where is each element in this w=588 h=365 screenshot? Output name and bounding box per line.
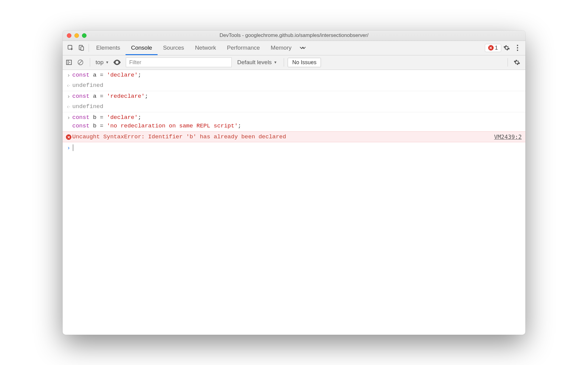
tab-memory[interactable]: Memory [265, 41, 297, 55]
output-chevron-icon: ‹· [65, 102, 72, 111]
error-source-link[interactable]: VM2439:2 [494, 133, 522, 141]
filter-input[interactable] [126, 58, 232, 67]
dropdown-triangle-icon: ▼ [105, 60, 109, 64]
separator [90, 58, 90, 67]
prompt-chevron-icon: › [65, 143, 72, 152]
live-expression-eye-icon[interactable] [113, 60, 123, 65]
error-count-badge[interactable]: ✕ 1 [485, 44, 501, 52]
console-input-row: ›const b = 'declare'; const b = 'no rede… [63, 112, 525, 131]
separator [89, 44, 89, 52]
separator [508, 58, 508, 67]
svg-point-4 [517, 47, 518, 48]
execution-context-selector[interactable]: top ▼ [94, 58, 111, 66]
code-text: const b = 'declare'; const b = 'no redec… [72, 113, 522, 130]
text-cursor [73, 144, 73, 151]
console-output-row: ‹·undefined [63, 80, 525, 91]
svg-rect-2 [81, 47, 83, 50]
show-console-sidebar-icon[interactable] [66, 59, 75, 66]
error-count: 1 [495, 45, 498, 51]
error-text: Uncaught SyntaxError: Identifier 'b' has… [72, 133, 494, 141]
console-input-row: ›const a = 'declare'; [63, 70, 525, 81]
output-text: undefined [72, 81, 522, 90]
separator [284, 58, 284, 67]
output-chevron-icon: ‹· [65, 81, 72, 90]
context-label: top [96, 59, 103, 66]
console-prompt[interactable]: › [63, 142, 525, 153]
error-icon: ✕ [488, 45, 494, 51]
console-input-row: ›const a = 'redeclare'; [63, 91, 525, 102]
tab-elements[interactable]: Elements [91, 41, 126, 55]
console-settings-gear-icon[interactable] [511, 59, 522, 66]
console-output[interactable]: ›const a = 'declare';‹·undefined›const a… [63, 70, 525, 335]
console-output-row: ‹·undefined [63, 101, 525, 112]
error-icon: ✕ [65, 133, 72, 141]
tab-console[interactable]: Console [126, 41, 158, 55]
overflow-tabs-icon[interactable] [297, 41, 308, 55]
inspect-icon[interactable] [65, 41, 76, 55]
input-chevron-icon: › [65, 113, 72, 122]
titlebar: DevTools - googlechrome.github.io/sample… [63, 31, 525, 41]
device-toggle-icon[interactable] [76, 41, 87, 55]
svg-point-5 [517, 50, 518, 51]
svg-point-3 [517, 45, 518, 46]
svg-point-8 [116, 62, 118, 63]
clear-console-icon[interactable] [77, 59, 86, 66]
issues-button[interactable]: No Issues [288, 58, 321, 67]
panel-tabs: Elements Console Sources Network Perform… [63, 41, 525, 55]
output-text: undefined [72, 102, 522, 111]
tab-performance[interactable]: Performance [221, 41, 265, 55]
dropdown-triangle-icon: ▼ [273, 60, 277, 64]
more-menu-icon[interactable] [512, 41, 523, 55]
input-chevron-icon: › [65, 92, 72, 101]
tab-sources[interactable]: Sources [158, 41, 190, 55]
window-title: DevTools - googlechrome.github.io/sample… [63, 32, 525, 38]
code-text: const a = 'declare'; [72, 71, 522, 80]
console-error-row: ✕Uncaught SyntaxError: Identifier 'b' ha… [63, 131, 525, 143]
tab-network[interactable]: Network [190, 41, 222, 55]
levels-label: Default levels [237, 59, 272, 66]
devtools-window: DevTools - googlechrome.github.io/sample… [63, 31, 525, 335]
log-levels-dropdown[interactable]: Default levels ▼ [234, 59, 280, 66]
svg-rect-6 [67, 60, 72, 65]
settings-gear-icon[interactable] [501, 41, 512, 55]
input-chevron-icon: › [65, 71, 72, 80]
code-text: const a = 'redeclare'; [72, 92, 522, 101]
console-toolbar: top ▼ Default levels ▼ No Issues [63, 55, 525, 70]
